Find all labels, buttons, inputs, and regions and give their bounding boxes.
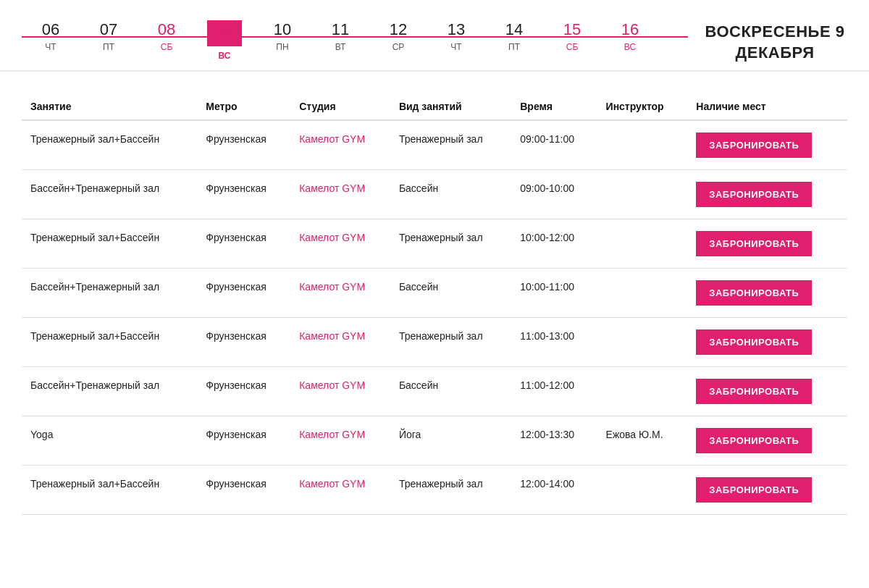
table-head: ЗанятиеМетроСтудияВид занятийВремяИнстру…: [22, 93, 847, 120]
col-header-6: Наличие мест: [687, 93, 847, 120]
day-number: 15: [563, 20, 581, 39]
type-cell: Тренажерный зал: [390, 219, 511, 269]
day-item-09[interactable]: 09ВС: [196, 14, 253, 61]
day-name: СБ: [566, 42, 579, 52]
day-item-15[interactable]: 15СБ: [543, 14, 601, 52]
metro-cell: Фрунзенская: [197, 318, 290, 367]
col-header-5: Инструктор: [597, 93, 688, 120]
studio-link[interactable]: Камелот GYM: [299, 429, 365, 440]
calendar-section: 06ЧТ07ПТ08СБ09ВС10ПН11ВТ12СР13ЧТ14ПТ15СБ…: [0, 0, 869, 72]
day-number: 11: [332, 20, 349, 39]
class-cell: Тренажерный зал+Бассейн: [22, 466, 197, 515]
table-row: Тренажерный зал+БассейнФрунзенскаяКамело…: [22, 318, 847, 367]
day-number: 13: [448, 20, 465, 39]
col-header-2: Студия: [290, 93, 390, 120]
type-cell: Бассейн: [390, 170, 511, 219]
day-item-11[interactable]: 11ВТ: [311, 14, 369, 52]
day-number: 12: [390, 20, 407, 39]
col-header-0: Занятие: [22, 93, 197, 120]
day-item-16[interactable]: 16ВС: [601, 14, 659, 52]
day-number: 10: [274, 20, 291, 39]
studio-cell: Камелот GYM: [290, 269, 390, 318]
instructor-cell: Ежова Ю.М.: [597, 416, 688, 466]
studio-cell: Камелот GYM: [290, 170, 390, 219]
studio-cell: Камелот GYM: [290, 416, 390, 466]
book-button[interactable]: ЗАБРОНИРОВАТЬ: [696, 477, 812, 503]
instructor-cell: [597, 367, 688, 416]
metro-cell: Фрунзенская: [197, 269, 290, 318]
book-button[interactable]: ЗАБРОНИРОВАТЬ: [696, 329, 812, 355]
studio-cell: Камелот GYM: [290, 466, 390, 515]
day-number-wrapper-12: 12: [390, 20, 407, 39]
day-item-14[interactable]: 14ПТ: [485, 14, 543, 52]
type-cell: Тренажерный зал: [390, 120, 511, 170]
day-item-10[interactable]: 10ПН: [253, 14, 311, 52]
type-cell: Бассейн: [390, 269, 511, 318]
studio-cell: Камелот GYM: [290, 120, 390, 170]
metro-cell: Фрунзенская: [197, 416, 290, 466]
day-name: ПТ: [103, 42, 114, 52]
time-cell: 12:00-13:30: [511, 416, 597, 466]
day-number-wrapper-10: 10: [274, 20, 291, 39]
book-cell[interactable]: ЗАБРОНИРОВАТЬ: [687, 269, 847, 318]
book-cell[interactable]: ЗАБРОНИРОВАТЬ: [687, 219, 847, 269]
day-name: ВС: [219, 51, 231, 61]
book-cell[interactable]: ЗАБРОНИРОВАТЬ: [687, 416, 847, 466]
studio-link[interactable]: Камелот GYM: [299, 478, 365, 490]
time-cell: 10:00-11:00: [511, 269, 597, 318]
day-item-06[interactable]: 06ЧТ: [22, 14, 80, 52]
class-cell: Yoga: [22, 416, 197, 466]
day-number: 08: [158, 20, 175, 39]
time-cell: 09:00-11:00: [511, 120, 597, 170]
day-item-12[interactable]: 12СР: [369, 14, 427, 52]
table-row: Бассейн+Тренажерный залФрунзенскаяКамело…: [22, 367, 847, 416]
instructor-cell: [597, 170, 688, 219]
book-cell[interactable]: ЗАБРОНИРОВАТЬ: [687, 466, 847, 515]
day-item-13[interactable]: 13ЧТ: [427, 14, 485, 52]
table-row: Тренажерный зал+БассейнФрунзенскаяКамело…: [22, 466, 847, 515]
col-header-1: Метро: [197, 93, 290, 120]
day-name: ПТ: [508, 42, 520, 52]
table-section: ЗанятиеМетроСтудияВид занятийВремяИнстру…: [0, 72, 869, 522]
studio-link[interactable]: Камелот GYM: [299, 281, 365, 293]
table-row: Бассейн+Тренажерный залФрунзенскаяКамело…: [22, 269, 847, 318]
col-header-3: Вид занятий: [390, 93, 511, 120]
instructor-cell: [597, 120, 688, 170]
day-name: ПН: [276, 42, 288, 52]
book-button[interactable]: ЗАБРОНИРОВАТЬ: [696, 280, 812, 306]
day-number-wrapper-09: 09: [207, 20, 242, 46]
metro-cell: Фрунзенская: [197, 466, 290, 515]
book-button[interactable]: ЗАБРОНИРОВАТЬ: [696, 231, 812, 256]
book-button[interactable]: ЗАБРОНИРОВАТЬ: [696, 428, 812, 453]
studio-link[interactable]: Камелот GYM: [299, 330, 365, 342]
instructor-cell: [597, 466, 688, 515]
calendar-title: ВОСКРЕСЕНЬЕ 9ДЕКАБРЯ: [688, 14, 847, 63]
type-cell: Тренажерный зал: [390, 466, 511, 515]
studio-link[interactable]: Камелот GYM: [299, 182, 365, 194]
day-number-wrapper-11: 11: [332, 20, 349, 39]
book-cell[interactable]: ЗАБРОНИРОВАТЬ: [687, 318, 847, 367]
day-name: ЧТ: [450, 42, 461, 52]
book-button[interactable]: ЗАБРОНИРОВАТЬ: [696, 182, 812, 207]
book-cell[interactable]: ЗАБРОНИРОВАТЬ: [687, 170, 847, 219]
studio-cell: Камелот GYM: [290, 219, 390, 269]
class-cell: Бассейн+Тренажерный зал: [22, 367, 197, 416]
studio-cell: Камелот GYM: [290, 367, 390, 416]
day-number-wrapper-08: 08: [158, 20, 175, 39]
studio-link[interactable]: Камелот GYM: [299, 379, 365, 391]
metro-cell: Фрунзенская: [197, 367, 290, 416]
day-number-wrapper-13: 13: [448, 20, 465, 39]
day-number: 06: [42, 20, 59, 39]
studio-link[interactable]: Камелот GYM: [299, 232, 365, 243]
book-button[interactable]: ЗАБРОНИРОВАТЬ: [696, 379, 812, 404]
day-number: 09: [216, 23, 233, 42]
day-item-08[interactable]: 08СБ: [138, 14, 196, 52]
book-cell[interactable]: ЗАБРОНИРОВАТЬ: [687, 120, 847, 170]
day-number-wrapper-16: 16: [621, 20, 639, 39]
day-item-07[interactable]: 07ПТ: [80, 14, 138, 52]
book-button[interactable]: ЗАБРОНИРОВАТЬ: [696, 133, 812, 158]
day-number-wrapper-15: 15: [563, 20, 581, 39]
day-number: 07: [100, 20, 117, 39]
studio-link[interactable]: Камелот GYM: [299, 133, 365, 145]
book-cell[interactable]: ЗАБРОНИРОВАТЬ: [687, 367, 847, 416]
